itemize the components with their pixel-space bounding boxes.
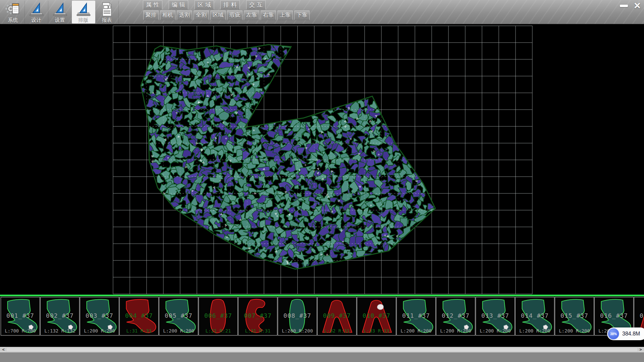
part-id-label: 008_#37 — [278, 312, 317, 319]
nest-canvas[interactable] — [0, 24, 644, 296]
part-cell[interactable]: 012_#37L:200 R:200 — [436, 297, 475, 336]
part-id-label: 016_#37 — [595, 312, 633, 319]
menu-tab-properties[interactable]: 属性 — [143, 0, 162, 9]
app-button-label: 设置 — [55, 17, 65, 23]
part-id-label: 014_#37 — [516, 312, 554, 319]
part-cell[interactable]: 010_#37L:33 R:33 — [357, 297, 396, 336]
menu-tab-row: 属性编辑区域排料交互 — [143, 0, 266, 9]
memory-monitor-bubble[interactable]: 38% 384.8M — [607, 327, 644, 340]
part-id-label: 003_#37 — [80, 312, 119, 319]
tool-button-row: 聚排相机选割全割区域瑕疵左靠右靠上靠下靠 — [143, 10, 310, 20]
part-lr-count-label: L:200 R:200 — [278, 328, 317, 334]
tool-button-region[interactable]: 区域 — [210, 10, 226, 20]
memory-amount: 384.8M — [622, 327, 640, 340]
close-icon: ✕ — [634, 1, 641, 10]
part-id-label: 007_#37 — [238, 312, 277, 319]
close-button[interactable]: ✕ — [632, 1, 643, 10]
part-id-label: 001_#37 — [1, 312, 40, 319]
app-button-label: 系统 — [8, 17, 18, 23]
tool-button-cluster-nest[interactable]: 聚排 — [143, 10, 159, 20]
part-lr-count-label: L:200 R:200 — [80, 328, 119, 334]
part-lr-count-label: L:32 R:31 — [318, 328, 356, 334]
part-id-label: 002_#37 — [41, 312, 79, 319]
gear-doc-icon — [5, 1, 21, 17]
part-cell[interactable]: 011_#37L:200 R:200 — [396, 297, 436, 336]
part-cell[interactable]: 005_#37L:200 R:200 — [159, 297, 198, 336]
menu-tab-region[interactable]: 区域 — [195, 0, 214, 9]
part-lr-count-label: L:200 R:200 — [159, 328, 198, 334]
part-lr-count-label: L:200 R:200 — [516, 328, 554, 334]
minimize-icon — [620, 5, 628, 7]
part-lr-count-label: L:21 R:21 — [199, 328, 237, 334]
part-lr-count-label: L:31 R:31 — [238, 328, 277, 334]
menu-tab-nesting[interactable]: 排料 — [220, 0, 240, 9]
tool-button-defect[interactable]: 瑕疵 — [227, 10, 243, 20]
set-square-icon — [76, 1, 91, 17]
minimize-button[interactable] — [619, 1, 629, 10]
app-button-report[interactable]: 报表 — [95, 1, 119, 23]
tool-button-cut-selected[interactable]: 选割 — [177, 10, 192, 20]
part-cell[interactable]: 014_#37L:200 R:200 — [515, 297, 554, 336]
nesting-workspace[interactable] — [0, 24, 644, 296]
tool-button-snap-up[interactable]: 上靠 — [277, 10, 293, 20]
menu-tab-edit[interactable]: 编辑 — [169, 0, 188, 9]
app-button-label: 报表 — [102, 17, 112, 23]
tool-button-snap-left[interactable]: 左靠 — [244, 10, 259, 20]
part-cell[interactable]: 007_#37L:31 R:31 — [238, 297, 277, 336]
window-controls: ✕ — [619, 1, 643, 10]
toolbar: 系统设计设置排版报表 属性编辑区域排料交互 聚排相机选割全割区域瑕疵左靠右靠上靠… — [0, 0, 644, 24]
tool-button-snap-right[interactable]: 右靠 — [261, 10, 276, 20]
set-square-icon — [52, 1, 68, 17]
memory-percent: 38% — [610, 332, 617, 336]
app-button-design[interactable]: 设计 — [25, 1, 48, 23]
tool-button-cut-all[interactable]: 全割 — [194, 10, 209, 20]
app-launcher: 系统设计设置排版报表 — [1, 1, 119, 23]
part-lr-count-label: L:200 R:200 — [555, 328, 594, 334]
scroll-right-arrow[interactable]: > — [638, 347, 643, 352]
part-cell[interactable]: 006_#37L:21 R:21 — [199, 297, 238, 336]
part-id-label: 010_#37 — [357, 312, 396, 319]
part-id-label: 011_#37 — [397, 312, 435, 319]
part-cell[interactable]: 001_#37L:700 R:700 — [1, 297, 40, 336]
part-cell[interactable]: 008_#37L:200 R:200 — [278, 297, 317, 336]
part-cell[interactable]: 013_#37L:200 R:200 — [476, 297, 515, 336]
report-icon — [100, 1, 114, 17]
menu-tab-interaction[interactable]: 交互 — [246, 0, 266, 9]
memory-percent-badge: 38% — [608, 328, 619, 340]
parts-panel: 001_#37L:700 R:700002_#37L:132 R:132003_… — [0, 295, 644, 337]
part-cell[interactable]: 004_#37L:31 R:31 — [119, 297, 159, 336]
part-id-label: 015_#37 — [555, 312, 594, 319]
part-id-label: 013_#37 — [476, 312, 515, 319]
tool-button-camera[interactable]: 相机 — [160, 10, 175, 20]
app-button-label: 排版 — [78, 17, 89, 23]
part-lr-count-label: L:33 R:33 — [357, 328, 396, 334]
part-id-label: 012_#37 — [436, 312, 475, 319]
app-button-settings[interactable]: 设置 — [48, 1, 72, 23]
part-id-label: 004_#37 — [120, 312, 158, 319]
part-cell[interactable]: 003_#37L:200 R:200 — [80, 297, 119, 336]
horizontal-scrollbar[interactable]: < > — [0, 347, 644, 352]
part-cell[interactable]: 002_#37L:132 R:132 — [40, 297, 79, 336]
app-button-label: 设计 — [32, 17, 42, 23]
tool-button-snap-down[interactable]: 下靠 — [294, 10, 310, 20]
set-square-icon — [29, 1, 44, 17]
app-button-layout[interactable]: 排版 — [72, 1, 95, 23]
scrollbar-thumb[interactable] — [6, 348, 638, 352]
part-id-label: 009_#37 — [318, 312, 356, 319]
part-lr-count-label: L:132 R:132 — [41, 328, 79, 334]
parts-list: 001_#37L:700 R:700002_#37L:132 R:132003_… — [1, 297, 644, 336]
part-lr-count-label: L:200 R:200 — [436, 328, 475, 334]
part-cell[interactable]: 009_#37L:32 R:31 — [317, 297, 357, 336]
part-cell[interactable]: 015_#37L:200 R:200 — [555, 297, 594, 336]
app-button-system[interactable]: 系统 — [1, 1, 25, 23]
part-id-label: 017_#37 — [634, 312, 644, 319]
part-id-label: 006_#37 — [199, 312, 237, 319]
part-lr-count-label: L:200 R:200 — [397, 328, 435, 334]
scroll-left-arrow[interactable]: < — [1, 347, 6, 352]
part-lr-count-label: L:31 R:31 — [120, 328, 158, 334]
parts-panel-accent-line — [0, 295, 644, 296]
part-lr-count-label: L:700 R:700 — [1, 328, 40, 334]
status-bar — [0, 352, 644, 362]
part-lr-count-label: L:200 R:200 — [476, 328, 515, 334]
part-id-label: 005_#37 — [159, 312, 198, 319]
